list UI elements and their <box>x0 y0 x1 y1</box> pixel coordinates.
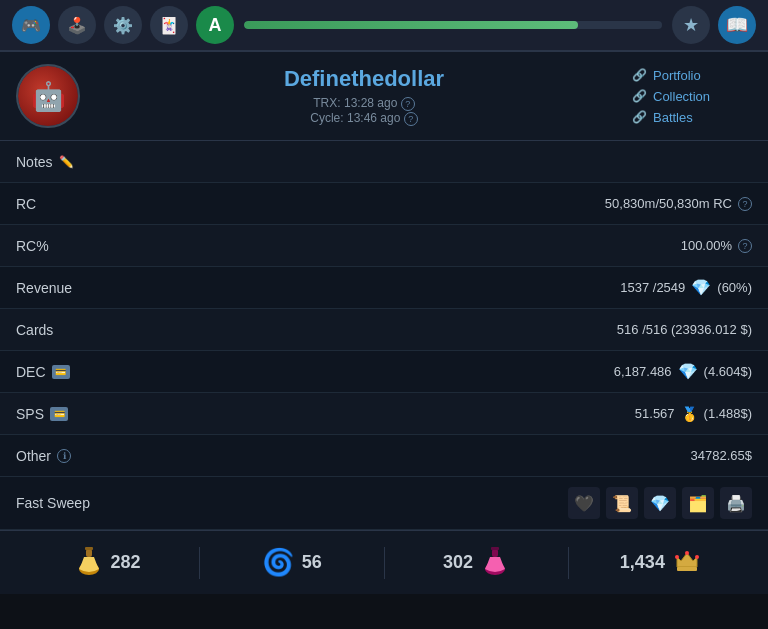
notes-text: Notes <box>16 154 53 170</box>
profile-header: 🤖 Definethedollar TRX: 13:28 ago ? Cycle… <box>0 52 768 141</box>
nav-left-icons: 🎮 🕹️ ⚙️ 🃏 A <box>12 6 234 44</box>
fast-sweep-text: Fast Sweep <box>16 495 90 511</box>
dec-usd: (4.604$) <box>704 364 752 379</box>
other-text: Other <box>16 448 51 464</box>
other-value: 34782.65$ <box>691 448 752 463</box>
collection-link[interactable]: 🔗 Collection <box>632 89 710 104</box>
rc-info-icon[interactable]: ? <box>738 197 752 211</box>
cycle-info-icon[interactable]: ? <box>404 112 418 126</box>
revenue-amount: 1537 /2549 <box>620 280 685 295</box>
revenue-text: Revenue <box>16 280 72 296</box>
star-button[interactable]: ★ <box>672 6 710 44</box>
dec-label: DEC 💳 <box>16 364 70 380</box>
rc-value: 50,830m/50,830m RC ? <box>605 196 752 211</box>
rcpct-info-icon[interactable]: ? <box>738 239 752 253</box>
sweep-icon-3[interactable]: 💎 <box>644 487 676 519</box>
notes-edit-icon[interactable]: ✏️ <box>59 155 74 169</box>
nav-icon-card[interactable]: 🃏 <box>150 6 188 44</box>
svg-point-8 <box>685 551 689 555</box>
sps-gold-icon: 🥇 <box>681 406 698 422</box>
sweep-icons: 🖤 📜 💎 🗂️ 🖨️ <box>568 487 752 519</box>
rc-text: RC <box>16 196 36 212</box>
portfolio-link-label: Portfolio <box>653 68 701 83</box>
svg-marker-6 <box>677 553 697 567</box>
sps-text: SPS <box>16 406 44 422</box>
sweep-icon-4[interactable]: 🗂️ <box>682 487 714 519</box>
sps-label: SPS 💳 <box>16 406 68 422</box>
potion1-value: 282 <box>111 552 141 573</box>
rcpct-row: RC% 100.00% ? <box>0 225 768 267</box>
progress-bar <box>244 21 662 29</box>
cards-amount: 516 /516 (23936.012 $) <box>617 322 752 337</box>
notes-row: Notes ✏️ <box>0 141 768 183</box>
rc-row: RC 50,830m/50,830m RC ? <box>0 183 768 225</box>
rcpct-value: 100.00% ? <box>681 238 752 253</box>
nav-right-icons: ★ 📖 <box>672 6 756 44</box>
sps-value: 51.567 🥇 (1.488$) <box>635 406 752 422</box>
avatar-image: 🤖 <box>18 66 78 126</box>
bottom-stat-crown: 1,434 <box>569 545 752 580</box>
svg-point-10 <box>695 555 699 559</box>
bottom-stat-spiral: 🌀 56 <box>200 547 383 578</box>
potion-pink-icon <box>481 543 509 582</box>
bottom-stats-bar: 282 🌀 56 302 1,434 <box>0 530 768 594</box>
dec-gem-icon: 💎 <box>678 362 698 381</box>
cards-row: Cards 516 /516 (23936.012 $) <box>0 309 768 351</box>
sweep-icon-1[interactable]: 🖤 <box>568 487 600 519</box>
revenue-value: 1537 /2549 💎 (60%) <box>620 278 752 297</box>
dec-wallet-icon[interactable]: 💳 <box>52 365 70 379</box>
svg-rect-1 <box>86 549 92 557</box>
svg-rect-5 <box>491 547 499 550</box>
battles-link[interactable]: 🔗 Battles <box>632 110 693 125</box>
svg-point-9 <box>675 555 679 559</box>
revenue-row: Revenue 1537 /2549 💎 (60%) <box>0 267 768 309</box>
trx-time: 13:28 ago <box>344 96 397 110</box>
fast-sweep-label: Fast Sweep <box>16 495 90 511</box>
potion-gold-icon <box>75 543 103 582</box>
rc-amount: 50,830m/50,830m RC <box>605 196 732 211</box>
revenue-pct: (60%) <box>717 280 752 295</box>
number-value: 302 <box>443 552 473 573</box>
nav-icon-game[interactable]: 🎮 <box>12 6 50 44</box>
sweep-icon-5[interactable]: 🖨️ <box>720 487 752 519</box>
revenue-label: Revenue <box>16 280 72 296</box>
trx-label: TRX: <box>313 96 340 110</box>
battles-link-label: Battles <box>653 110 693 125</box>
collection-link-icon: 🔗 <box>632 89 647 103</box>
dec-value: 6,187.486 💎 (4.604$) <box>614 362 752 381</box>
profile-info: Definethedollar TRX: 13:28 ago ? Cycle: … <box>96 66 632 126</box>
spiral-value: 56 <box>302 552 322 573</box>
rcpct-label: RC% <box>16 238 49 254</box>
svg-rect-7 <box>677 567 697 571</box>
battles-link-icon: 🔗 <box>632 110 647 124</box>
trx-line: TRX: 13:28 ago ? <box>96 96 632 111</box>
sps-row: SPS 💳 51.567 🥇 (1.488$) <box>0 393 768 435</box>
rcpct-text: RC% <box>16 238 49 254</box>
username: Definethedollar <box>96 66 632 92</box>
crown-icon <box>673 545 701 580</box>
portfolio-link[interactable]: 🔗 Portfolio <box>632 68 701 83</box>
collection-link-label: Collection <box>653 89 710 104</box>
book-button[interactable]: 📖 <box>718 6 756 44</box>
nav-icon-user[interactable]: A <box>196 6 234 44</box>
top-navigation: 🎮 🕹️ ⚙️ 🃏 A ★ 📖 <box>0 0 768 52</box>
nav-icon-settings[interactable]: ⚙️ <box>104 6 142 44</box>
bottom-stat-potion1: 282 <box>16 543 199 582</box>
cards-text: Cards <box>16 322 53 338</box>
sweep-icon-2[interactable]: 📜 <box>606 487 638 519</box>
fast-sweep-row: Fast Sweep 🖤 📜 💎 🗂️ 🖨️ <box>0 477 768 530</box>
dec-amount: 6,187.486 <box>614 364 672 379</box>
svg-rect-4 <box>492 549 498 557</box>
profile-links: 🔗 Portfolio 🔗 Collection 🔗 Battles <box>632 68 752 125</box>
sps-usd: (1.488$) <box>704 406 752 421</box>
other-row: Other ℹ 34782.65$ <box>0 435 768 477</box>
other-amount: 34782.65$ <box>691 448 752 463</box>
sps-wallet-icon[interactable]: 💳 <box>50 407 68 421</box>
spiral-icon: 🌀 <box>262 547 294 578</box>
nav-icon-controller[interactable]: 🕹️ <box>58 6 96 44</box>
sps-amount: 51.567 <box>635 406 675 421</box>
dec-text: DEC <box>16 364 46 380</box>
other-info-icon[interactable]: ℹ <box>57 449 71 463</box>
cycle-label: Cycle: <box>310 111 343 125</box>
trx-info-icon[interactable]: ? <box>401 97 415 111</box>
